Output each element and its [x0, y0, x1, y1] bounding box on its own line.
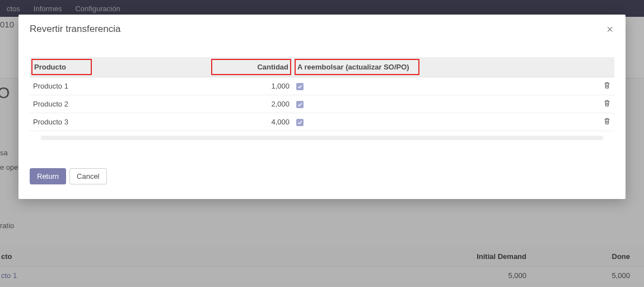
cell-refund[interactable] [293, 113, 595, 131]
trash-icon[interactable] [603, 117, 611, 125]
cell-quantity[interactable]: 4,000 [203, 113, 293, 131]
close-icon[interactable]: × [605, 24, 614, 35]
cell-refund[interactable] [293, 95, 595, 113]
col-refund-header: A reembolsar (actualizar SO/PO) [293, 57, 595, 77]
checkbox-icon[interactable] [296, 101, 304, 108]
cell-product[interactable]: Producto 3 [30, 113, 147, 131]
trash-icon[interactable] [603, 99, 611, 107]
col-product-header: Producto [30, 57, 147, 77]
col-gap [147, 57, 203, 77]
cell-quantity[interactable]: 2,000 [203, 95, 293, 113]
modal-footer: Return Cancel [18, 146, 626, 199]
col-trash-header [595, 57, 614, 77]
cell-product[interactable]: Producto 2 [30, 95, 147, 113]
reverse-transfer-modal: Revertir transferencia × Producto Cantid… [18, 15, 626, 199]
cell-quantity[interactable]: 1,000 [203, 77, 293, 95]
modal-header: Revertir transferencia × [18, 15, 626, 40]
checkbox-icon[interactable] [296, 83, 304, 90]
cell-refund[interactable] [293, 77, 595, 95]
return-table: Producto Cantidad A reembolsar (actualiz… [30, 57, 614, 131]
col-quantity-header: Cantidad [203, 57, 293, 77]
cancel-button[interactable]: Cancel [69, 168, 106, 184]
cell-product[interactable]: Producto 1 [30, 77, 147, 95]
trash-icon[interactable] [603, 81, 611, 89]
return-button[interactable]: Return [30, 168, 66, 184]
modal-body: Producto Cantidad A reembolsar (actualiz… [18, 40, 626, 146]
table-row[interactable]: Producto 1 1,000 [30, 77, 614, 95]
modal-title: Revertir transferencia [30, 24, 121, 35]
checkbox-icon[interactable] [296, 119, 304, 126]
horizontal-scroll-track[interactable] [41, 136, 603, 140]
table-row[interactable]: Producto 3 4,000 [30, 113, 614, 131]
table-row[interactable]: Producto 2 2,000 [30, 95, 614, 113]
